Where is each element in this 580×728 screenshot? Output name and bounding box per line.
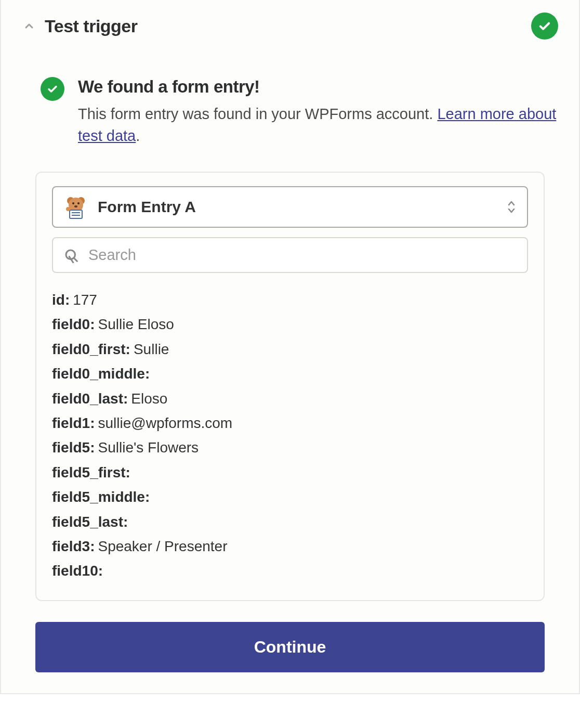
check-icon	[537, 19, 552, 33]
message-body-suffix: .	[136, 127, 140, 144]
field-row: field0_middle:	[52, 362, 528, 385]
panel-title: Test trigger	[45, 16, 523, 36]
field-row: field3:Speaker / Presenter	[52, 535, 528, 557]
search-box[interactable]	[52, 237, 528, 273]
field-row: field5_middle:	[52, 486, 528, 508]
field-key: id:	[52, 292, 70, 308]
message-body-prefix: This form entry was found in your WPForm…	[78, 106, 437, 122]
field-key: field5_last:	[52, 514, 128, 530]
svg-point-4	[77, 202, 80, 204]
field-row: field10:	[52, 560, 528, 582]
field-key: field1:	[52, 415, 95, 431]
message-body: This form entry was found in your WPForm…	[78, 103, 558, 147]
search-icon	[63, 248, 79, 263]
field-key: field0_first:	[52, 341, 130, 357]
svg-point-9	[66, 207, 70, 211]
check-icon	[46, 83, 59, 95]
field-key: field0_last:	[52, 391, 128, 407]
field-row: field0:Sullie Eloso	[52, 313, 528, 335]
collapse-toggle[interactable]	[22, 19, 36, 33]
svg-point-5	[74, 205, 77, 207]
field-row: field5_last:	[52, 511, 528, 533]
svg-line-12	[74, 258, 77, 261]
status-success-badge	[531, 12, 558, 40]
field-value: Sullie Eloso	[98, 316, 174, 332]
search-input[interactable]	[88, 246, 517, 264]
message-success-badge	[41, 77, 64, 101]
field-row: field0_first:Sullie	[52, 338, 528, 360]
field-key: field5:	[52, 439, 95, 456]
field-key: field5_middle:	[52, 489, 150, 505]
entry-selector-label: Form Entry A	[98, 198, 497, 216]
svg-rect-6	[70, 210, 82, 218]
field-value: Eloso	[131, 391, 167, 407]
entry-selector[interactable]: Form Entry A	[52, 186, 528, 228]
svg-point-3	[72, 202, 74, 204]
entry-data-card: Form Entry A id:177field0:Sullie Elosofi…	[35, 172, 545, 601]
chevron-up-icon	[23, 20, 35, 32]
result-message: We found a form entry! This form entry w…	[1, 46, 579, 162]
field-value: sullie@wpforms.com	[98, 415, 232, 431]
field-row: field5_first:	[52, 461, 528, 484]
field-key: field3:	[52, 538, 95, 554]
fields-list: id:177field0:Sullie Elosofield0_first:Su…	[52, 289, 528, 582]
field-row: field1:sullie@wpforms.com	[52, 412, 528, 434]
field-key: field0:	[52, 316, 95, 332]
field-row: id:177	[52, 289, 528, 311]
field-key: field5_first:	[52, 464, 130, 480]
field-value: Speaker / Presenter	[98, 538, 227, 554]
continue-button[interactable]: Continue	[35, 622, 545, 672]
field-value: Sullie's Flowers	[98, 439, 199, 456]
wpforms-icon	[63, 194, 88, 219]
test-trigger-panel: Test trigger We found a form entry! This…	[0, 0, 580, 694]
field-key: field10:	[52, 563, 103, 579]
panel-header: Test trigger	[1, 0, 579, 46]
field-value: 177	[73, 292, 97, 308]
field-row: field0_last:Eloso	[52, 387, 528, 410]
message-text: We found a form entry! This form entry w…	[78, 77, 558, 147]
field-value: Sullie	[134, 341, 169, 357]
sort-arrows-icon	[506, 200, 517, 214]
field-row: field5:Sullie's Flowers	[52, 436, 528, 459]
message-heading: We found a form entry!	[78, 77, 558, 97]
field-key: field0_middle:	[52, 366, 150, 382]
